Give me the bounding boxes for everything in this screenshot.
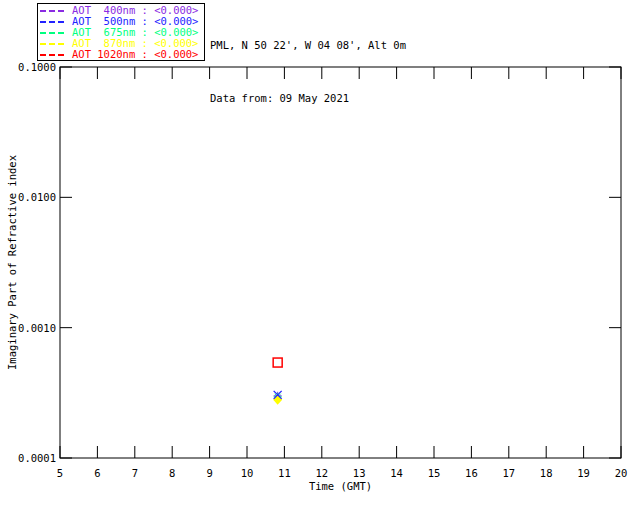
x-tick-label: 16 xyxy=(465,467,478,479)
x-tick-label: 7 xyxy=(132,467,138,479)
x-tick-label: 9 xyxy=(206,467,212,479)
x-tick-label: 15 xyxy=(428,467,441,479)
x-tick-label: 17 xyxy=(502,467,515,479)
x-tick-label: 13 xyxy=(353,467,366,479)
x-tick-label: 19 xyxy=(577,467,590,479)
x-tick-label: 14 xyxy=(390,467,403,479)
x-tick-label: 11 xyxy=(278,467,291,479)
x-tick-label: 20 xyxy=(615,467,628,479)
plot-frame xyxy=(60,67,621,458)
y-tick-label: 0.0010 xyxy=(18,322,56,334)
x-axis-title: Time (GMT) xyxy=(309,480,372,492)
x-tick-label: 8 xyxy=(169,467,175,479)
marker-aot-1020nm xyxy=(273,358,282,367)
y-tick-label: 0.1000 xyxy=(18,61,56,73)
y-tick-label: 0.0100 xyxy=(18,191,56,203)
x-tick-label: 5 xyxy=(57,467,63,479)
plot-page: AOT 400nm : <0.000>AOT 500nm : <0.000>AO… xyxy=(0,0,640,512)
y-tick-label: 0.0001 xyxy=(18,452,56,464)
x-tick-label: 6 xyxy=(94,467,100,479)
y-axis-title: Imaginary Part of Refractive index xyxy=(6,155,18,370)
plot-svg: 5678910111213141516171819200.10000.01000… xyxy=(0,0,640,512)
x-tick-label: 10 xyxy=(241,467,254,479)
x-tick-label: 12 xyxy=(315,467,328,479)
x-tick-label: 18 xyxy=(540,467,553,479)
